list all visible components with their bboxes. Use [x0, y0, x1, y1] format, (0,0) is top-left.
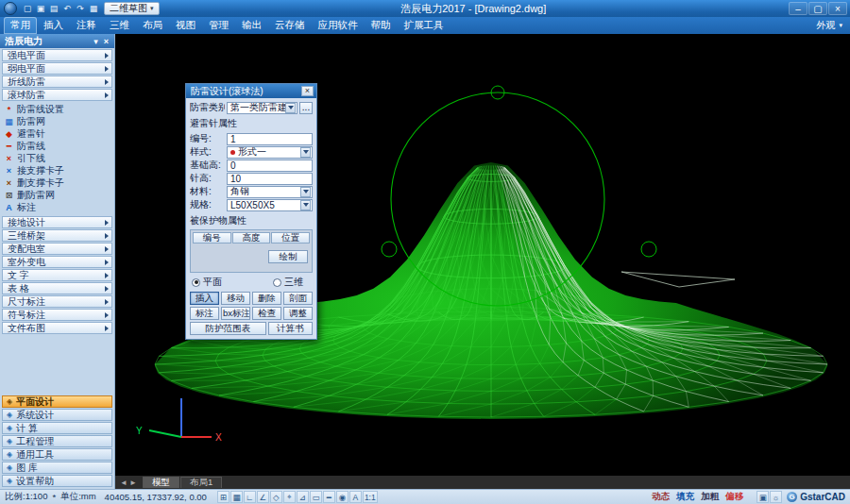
chevron-down-icon[interactable]: [300, 147, 311, 158]
ortho-icon[interactable]: ∟: [244, 491, 256, 503]
close-icon[interactable]: ×: [101, 37, 111, 46]
dialog-close-icon[interactable]: ×: [301, 86, 314, 96]
sidebar-nav-item[interactable]: ◈ 平面设计: [2, 395, 112, 408]
sidebar-category-button[interactable]: 变配电室: [2, 243, 112, 255]
redo-icon[interactable]: ↷: [74, 2, 87, 15]
maximize-button[interactable]: ▢: [808, 2, 827, 15]
dialog-title-bar[interactable]: 防雷设计(滚球法) ×: [186, 84, 316, 98]
sidebar-nav-item[interactable]: ◈ 设置帮助: [2, 475, 112, 487]
sidebar-category-button[interactable]: 尺寸标注: [2, 295, 112, 308]
status-toggle[interactable]: 偏移: [725, 491, 743, 503]
ribbon-tab[interactable]: 云存储: [268, 17, 312, 34]
drawing-canvas[interactable]: YX 防雷设计(滚球法) × 防雷类别: 第一类防雷建: [115, 34, 850, 476]
ducs-icon[interactable]: ⊿: [297, 491, 309, 503]
sidebar-nav-item[interactable]: ◈ 计 算: [2, 422, 112, 434]
table-header-cell[interactable]: 编号: [193, 232, 231, 244]
workspace-select[interactable]: 二维草图 ▾: [104, 2, 160, 15]
chevron-down-icon[interactable]: [300, 187, 311, 197]
sidebar-category-button[interactable]: 文件布图: [2, 322, 112, 334]
sidebar-tool-item[interactable]: A 标注: [0, 201, 114, 213]
table-header-cell[interactable]: 高度: [232, 232, 271, 244]
more-button[interactable]: ...: [299, 102, 313, 114]
sidebar-nav-item[interactable]: ◈ 工程管理: [2, 435, 112, 447]
chevron-down-icon[interactable]: [285, 103, 296, 113]
field-control[interactable]: 1: [227, 133, 313, 145]
lineweight-icon[interactable]: ━: [323, 491, 335, 503]
report-button[interactable]: 计算书: [268, 322, 313, 335]
sidebar-nav-item[interactable]: ◈ 系统设计: [2, 409, 112, 421]
status-toggle[interactable]: 加粗: [701, 491, 719, 503]
action-button[interactable]: 调整: [283, 307, 313, 320]
app-logo-icon[interactable]: [4, 2, 17, 15]
ribbon-tab[interactable]: 管理: [202, 17, 235, 34]
ribbon-tab[interactable]: 扩展工具: [398, 17, 450, 34]
sidebar-category-button[interactable]: 符号标注: [2, 309, 112, 321]
ribbon-tab[interactable]: 插入: [37, 17, 70, 34]
status-toggle[interactable]: 动态: [652, 491, 670, 503]
grid-icon[interactable]: ▦: [230, 491, 243, 503]
open-icon[interactable]: ▣: [34, 2, 47, 15]
sidebar-tool-item[interactable]: ━ 防雷线: [0, 140, 114, 152]
sidebar-category-button[interactable]: 滚球防雷: [2, 89, 112, 101]
sidebar-nav-item[interactable]: ◈ 图 库: [2, 462, 112, 474]
sidebar-nav-item[interactable]: ◈ 通用工具: [2, 448, 112, 461]
field-control[interactable]: 10: [227, 173, 313, 185]
polar-icon[interactable]: ∠: [257, 491, 269, 503]
sidebar-category-button[interactable]: 强电平面: [2, 49, 112, 61]
dyn-input-icon[interactable]: ▭: [310, 491, 322, 503]
sidebar-tool-item[interactable]: × 接支撑卡子: [0, 164, 114, 176]
annoscale-icon[interactable]: 1:1: [363, 491, 378, 503]
status-toggle[interactable]: 填充: [676, 491, 694, 503]
minimize-button[interactable]: –: [789, 2, 808, 15]
ribbon-tab[interactable]: 注释: [70, 17, 103, 34]
field-control[interactable]: 形式一: [227, 146, 313, 159]
magnet-icon[interactable]: ◉: [336, 491, 348, 503]
undo-icon[interactable]: ↶: [60, 2, 74, 15]
pin-icon[interactable]: ▾: [91, 37, 101, 46]
ribbon-tab[interactable]: 布局: [136, 17, 169, 34]
radio-plane[interactable]: 平面: [192, 276, 222, 289]
light-icon[interactable]: ☼: [770, 491, 782, 503]
action-button[interactable]: 删除: [252, 292, 281, 305]
save-icon[interactable]: ▤: [47, 2, 60, 15]
sidebar-tool-item[interactable]: ⊠ 删防雷网: [0, 189, 114, 201]
new-icon[interactable]: ▢: [21, 2, 34, 15]
action-button[interactable]: bx标注: [221, 307, 250, 320]
sidebar-category-button[interactable]: 文 字: [2, 269, 112, 281]
appearance-menu[interactable]: 外观 ▾: [816, 17, 846, 34]
action-button[interactable]: 移动: [221, 292, 250, 305]
sidebar-category-button[interactable]: 折线防雷: [2, 76, 112, 88]
osnap-icon[interactable]: ◇: [270, 491, 282, 503]
action-button[interactable]: 剖面: [283, 292, 313, 305]
chevron-down-icon[interactable]: [300, 200, 311, 210]
ribbon-tab[interactable]: 应用软件: [312, 17, 365, 34]
category-select[interactable]: 第一类防雷建: [227, 102, 298, 114]
action-button[interactable]: 插入: [190, 292, 219, 305]
otrack-icon[interactable]: ⌖: [283, 491, 296, 503]
draw-button[interactable]: 绘制: [268, 250, 308, 263]
action-button[interactable]: 标注: [190, 307, 219, 320]
tab-scroll-left-icon[interactable]: ◄: [119, 479, 128, 487]
ribbon-tab[interactable]: 三维: [103, 17, 136, 34]
sidebar-tool-item[interactable]: × 引下线: [0, 152, 114, 164]
close-button[interactable]: ×: [828, 2, 847, 15]
scale-indicator[interactable]: 比例:1:100: [5, 491, 47, 503]
radio-3d[interactable]: 三维: [273, 276, 303, 289]
sidebar-tool-item[interactable]: * 防雷线设置: [0, 103, 114, 115]
ribbon-tab[interactable]: 输出: [235, 17, 268, 34]
sidebar-tool-item[interactable]: ▦ 防雷网: [0, 115, 114, 127]
sidebar-tool-item[interactable]: × 删支撑卡子: [0, 176, 114, 189]
ribbon-tab[interactable]: 帮助: [365, 17, 398, 34]
sidebar-category-button[interactable]: 三维桥架: [2, 229, 112, 242]
layout-tab[interactable]: 布局1: [180, 477, 222, 488]
field-control[interactable]: L50X50X5: [227, 199, 313, 211]
report-button[interactable]: 防护范围表: [190, 322, 266, 335]
sidebar-category-button[interactable]: 接地设计: [2, 216, 112, 228]
ribbon-tab[interactable]: 视图: [169, 17, 202, 34]
clean-screen-icon[interactable]: ▣: [756, 491, 769, 503]
sidebar-category-button[interactable]: 室外变电: [2, 256, 112, 268]
annotation-icon[interactable]: A: [349, 491, 362, 503]
field-control[interactable]: 角钢: [227, 186, 313, 198]
action-button[interactable]: 检查: [252, 307, 281, 320]
layout-tab[interactable]: 模型: [143, 477, 179, 488]
